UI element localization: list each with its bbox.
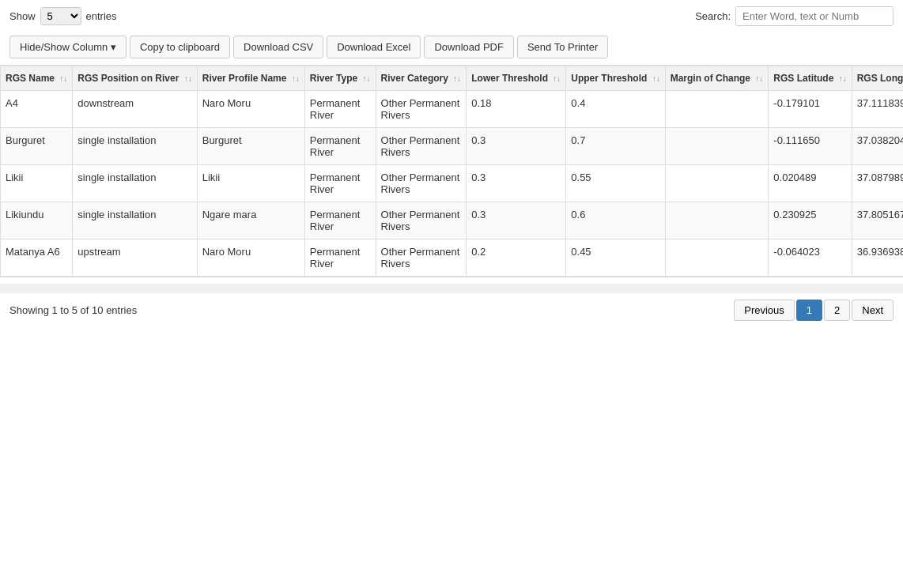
- cell-river_profile: Naro Moru: [197, 91, 304, 128]
- cell-rgs_position: single installation: [73, 128, 197, 165]
- cell-river_profile: Ngare mara: [197, 202, 304, 239]
- cell-lower_threshold: 0.3: [467, 128, 566, 165]
- col-lower-threshold[interactable]: Lower Threshold ↑↓: [467, 66, 566, 91]
- cell-margin_change: [665, 202, 769, 239]
- cell-upper_threshold: 0.55: [566, 165, 665, 202]
- sort-icon-river-category: ↑↓: [453, 74, 461, 83]
- top-bar: Show 5102550100 entries Search:: [0, 0, 903, 32]
- cell-lower_threshold: 0.2: [467, 239, 566, 277]
- cell-rgs_name: Burguret: [1, 128, 73, 165]
- sort-icon-river-profile: ↑↓: [292, 74, 300, 83]
- cell-river_profile: Burguret: [197, 128, 304, 165]
- table-row: Matanya A6upstreamNaro MoruPermanent Riv…: [1, 239, 904, 277]
- cell-river_category: Other Permanent Rivers: [376, 128, 467, 165]
- page-1-button[interactable]: 1: [796, 300, 822, 321]
- showing-info: Showing 1 to 5 of 10 entries: [9, 304, 137, 316]
- entries-select[interactable]: 5102550100: [40, 7, 81, 25]
- col-margin-change[interactable]: Margin of Change ↑↓: [665, 66, 769, 91]
- prev-button[interactable]: Previous: [734, 300, 795, 321]
- cell-rgs_name: Likii: [1, 165, 73, 202]
- cell-upper_threshold: 0.6: [566, 202, 665, 239]
- cell-rgs_position: downstream: [73, 91, 197, 128]
- cell-rgs_name: A4: [1, 91, 73, 128]
- next-button[interactable]: Next: [852, 300, 894, 321]
- download-pdf-button[interactable]: Download PDF: [424, 36, 513, 58]
- col-rgs-latitude[interactable]: RGS Latitude ↑↓: [769, 66, 852, 91]
- col-river-profile[interactable]: River Profile Name ↑↓: [197, 66, 304, 91]
- cell-rgs_longitude: 37.087989: [852, 165, 903, 202]
- copy-to-clipboard-button[interactable]: Copy to clipboard: [130, 36, 230, 58]
- sort-icon-river-type: ↑↓: [363, 74, 371, 83]
- data-table: RGS Name ↑↓ RGS Position on River ↑↓ Riv…: [0, 66, 903, 277]
- cell-rgs_longitude: 37.805167: [852, 202, 903, 239]
- cell-rgs_longitude: 37.111839: [852, 91, 903, 128]
- cell-lower_threshold: 0.3: [467, 202, 566, 239]
- cell-river_category: Other Permanent Rivers: [376, 239, 467, 277]
- page-2-button[interactable]: 2: [824, 300, 850, 321]
- search-bar: Search:: [695, 6, 894, 26]
- cell-river_profile: Naro Moru: [197, 239, 304, 277]
- cell-margin_change: [665, 91, 769, 128]
- cell-rgs_latitude: -0.111650: [769, 128, 852, 165]
- cell-rgs_name: Likiundu: [1, 202, 73, 239]
- horizontal-scrollbar[interactable]: [0, 284, 903, 293]
- cell-margin_change: [665, 239, 769, 277]
- cell-upper_threshold: 0.7: [566, 128, 665, 165]
- sort-icon-lower-threshold: ↑↓: [553, 74, 561, 83]
- download-excel-button[interactable]: Download Excel: [327, 36, 421, 58]
- col-rgs-longitude[interactable]: RGS Longitude ↑↓: [852, 66, 903, 91]
- sort-icon-rgs-latitude: ↑↓: [839, 74, 847, 83]
- sort-icon-margin-change: ↑↓: [755, 74, 763, 83]
- cell-rgs_longitude: 37.038204: [852, 128, 903, 165]
- sort-icon-rgs-name: ↑↓: [59, 74, 67, 83]
- table-wrapper: RGS Name ↑↓ RGS Position on River ↑↓ Riv…: [0, 65, 903, 277]
- show-entries: Show 5102550100 entries: [9, 7, 117, 25]
- entries-label: entries: [86, 10, 117, 22]
- cell-river_type: Permanent River: [304, 128, 376, 165]
- col-rgs-name[interactable]: RGS Name ↑↓: [1, 66, 73, 91]
- cell-rgs_position: upstream: [73, 239, 197, 277]
- cell-rgs_position: single installation: [73, 202, 197, 239]
- cell-rgs_latitude: 0.230925: [769, 202, 852, 239]
- cell-margin_change: [665, 165, 769, 202]
- table-row: A4downstreamNaro MoruPermanent RiverOthe…: [1, 91, 904, 128]
- cell-rgs_latitude: -0.064023: [769, 239, 852, 277]
- cell-river_type: Permanent River: [304, 202, 376, 239]
- sort-icon-rgs-position: ↑↓: [184, 74, 192, 83]
- col-rgs-position[interactable]: RGS Position on River ↑↓: [73, 66, 197, 91]
- cell-rgs_latitude: -0.179101: [769, 91, 852, 128]
- cell-lower_threshold: 0.3: [467, 165, 566, 202]
- table-row: Burguretsingle installationBurguretPerma…: [1, 128, 904, 165]
- cell-rgs_position: single installation: [73, 165, 197, 202]
- col-river-category[interactable]: River Category ↑↓: [376, 66, 467, 91]
- table-body: A4downstreamNaro MoruPermanent RiverOthe…: [1, 91, 904, 277]
- table-row: Likiisingle installationLikiiPermanent R…: [1, 165, 904, 202]
- table-row: Likiundusingle installationNgare maraPer…: [1, 202, 904, 239]
- send-to-printer-button[interactable]: Send To Printer: [517, 36, 608, 58]
- cell-river_type: Permanent River: [304, 91, 376, 128]
- bottom-bar: Showing 1 to 5 of 10 entries Previous 1 …: [0, 293, 903, 327]
- toolbar: Hide/Show Column Copy to clipboard Downl…: [0, 32, 903, 65]
- cell-rgs_name: Matanya A6: [1, 239, 73, 277]
- cell-river_profile: Likii: [197, 165, 304, 202]
- cell-upper_threshold: 0.45: [566, 239, 665, 277]
- search-input[interactable]: [735, 6, 894, 26]
- cell-margin_change: [665, 128, 769, 165]
- pagination: Previous 1 2 Next: [734, 300, 894, 321]
- table-header-row: RGS Name ↑↓ RGS Position on River ↑↓ Riv…: [1, 66, 904, 91]
- cell-upper_threshold: 0.4: [566, 91, 665, 128]
- cell-rgs_latitude: 0.020489: [769, 165, 852, 202]
- cell-rgs_longitude: 36.936938: [852, 239, 903, 277]
- search-label: Search:: [695, 10, 731, 22]
- show-label: Show: [9, 10, 36, 22]
- cell-river_type: Permanent River: [304, 239, 376, 277]
- col-river-type[interactable]: River Type ↑↓: [304, 66, 376, 91]
- cell-lower_threshold: 0.18: [467, 91, 566, 128]
- col-upper-threshold[interactable]: Upper Threshold ↑↓: [566, 66, 665, 91]
- hide-show-column-button[interactable]: Hide/Show Column: [9, 36, 127, 58]
- cell-river_category: Other Permanent Rivers: [376, 202, 467, 239]
- cell-river_category: Other Permanent Rivers: [376, 165, 467, 202]
- cell-river_type: Permanent River: [304, 165, 376, 202]
- sort-icon-upper-threshold: ↑↓: [652, 74, 660, 83]
- download-csv-button[interactable]: Download CSV: [233, 36, 323, 58]
